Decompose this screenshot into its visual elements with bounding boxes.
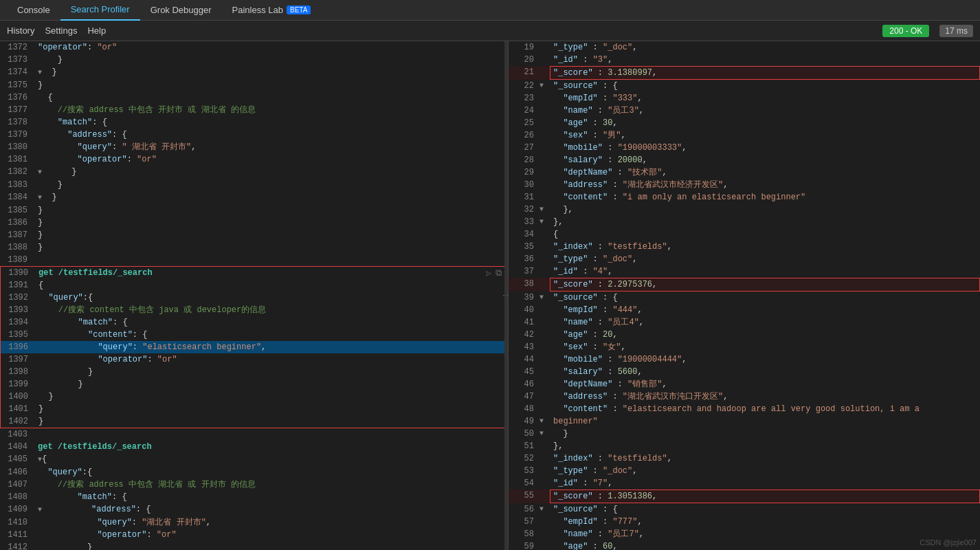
table-row: 50 ▼ } <box>509 428 980 440</box>
editor-content[interactable]: 1372 "operator": "or" 1373 } 1374 ▼ } 13… <box>0 41 508 550</box>
table-row: 1381 "operator": "or" <box>0 153 508 166</box>
table-row: 1383 } <box>0 179 508 191</box>
table-row: 53 "_type" : "_doc", <box>509 465 980 477</box>
table-row: 1405 ▼{ <box>0 453 508 466</box>
table-row: 1376 { <box>0 91 508 104</box>
table-row: 1412 } <box>0 541 508 550</box>
table-row: 33 ▼ }, <box>509 216 980 228</box>
table-row: 49 ▼ beginner" <box>509 415 980 428</box>
tab-painless-lab[interactable]: Painless Lab BETA <box>222 0 322 21</box>
table-row: 24 "name" : "员工3", <box>509 104 980 117</box>
table-row: 30 "address" : "湖北省武汉市经济开发区", <box>509 179 980 191</box>
table-row: 1379 "address": { <box>0 129 508 141</box>
table-row: 1386 } <box>0 217 508 229</box>
table-row: 44 "mobile" : "19000004444", <box>509 353 980 366</box>
tab-console[interactable]: Console <box>7 0 60 21</box>
table-row: 1408 "match": { <box>0 491 508 503</box>
table-row: 35 "_index" : "testfields", <box>509 241 980 253</box>
table-row: 37 "_id" : "4", <box>509 265 980 278</box>
editor-panel: 1372 "operator": "or" 1373 } 1374 ▼ } 13… <box>0 41 509 550</box>
table-row: 1375 } <box>0 79 508 91</box>
table-row: 54 "_id" : "7", <box>509 477 980 490</box>
table-row: 1411 "operator": "or" <box>0 529 508 541</box>
table-row: 1410 "query": "湖北省 开封市", <box>0 516 508 529</box>
settings-menu[interactable]: Settings <box>45 25 77 36</box>
table-row: 1402 } <box>1 415 507 428</box>
table-row: 43 "sex" : "女", <box>509 341 980 353</box>
table-row: 42 "age" : 20, <box>509 329 980 341</box>
history-menu[interactable]: History <box>7 25 34 36</box>
table-row: 20 "_id" : "3", <box>509 54 980 66</box>
table-row: 1382 ▼ } <box>0 166 508 179</box>
highlighted-block: ▷ ⧉ 1390 get /testfields/_search 1391 { … <box>0 266 508 428</box>
table-row: 1393 //搜索 content 中包含 java 或 developer的信… <box>1 304 507 316</box>
table-row: 1394 "match": { <box>1 316 507 329</box>
table-row: 1372 "operator": "or" <box>0 41 508 54</box>
top-nav: Console Search Profiler Grok Debugger Pa… <box>0 0 980 21</box>
table-row: 1401 } <box>1 403 507 415</box>
table-row: 1373 } <box>0 54 508 66</box>
table-row: 1392 "query":{ <box>1 292 507 304</box>
table-row: 26 "sex" : "男", <box>509 129 980 142</box>
table-row: 34 { <box>509 228 980 241</box>
table-row: 1404 get /testfields/_search <box>0 441 508 453</box>
watermark: CSDN @jzjie007 <box>920 538 977 547</box>
score-line: 21 "_score" : 3.1380997, <box>509 66 980 80</box>
results-panel: 19 "_type" : "_doc", 20 "_id" : "3", 21 … <box>509 41 980 550</box>
toolbar: History Settings Help 200 - OK 17 ms <box>0 21 980 41</box>
table-row: 1400 } <box>1 390 507 403</box>
table-row: 1391 { <box>1 279 507 292</box>
table-row: 1407 //搜索 address 中包含 湖北省 或 开封市 的信息 <box>0 478 508 491</box>
table-row: 1397 "operator": "or" <box>1 353 507 366</box>
table-row: 46 "deptName" : "销售部", <box>509 378 980 390</box>
copy-icon[interactable]: ⧉ <box>495 268 502 278</box>
table-row: 1380 "query": " 湖北省 开封市", <box>0 141 508 153</box>
table-row: 58 "name" : "员工7", <box>509 528 980 540</box>
table-row: 1396 "query": "elasticsearch beginner", <box>1 341 507 353</box>
table-row: 1390 get /testfields/_search <box>1 267 507 279</box>
table-row: 1403 <box>0 428 508 441</box>
table-row: 1387 } <box>0 229 508 241</box>
table-row: 48 "content" : "elasticsearch and hadoop… <box>509 403 980 415</box>
beta-badge: BETA <box>287 6 311 14</box>
table-row: 25 "age" : 30, <box>509 117 980 129</box>
score-line: 55 "_score" : 1.3051386, <box>509 490 980 503</box>
tab-grok-debugger[interactable]: Grok Debugger <box>140 0 222 21</box>
panel-divider[interactable]: ⋮ <box>504 41 508 550</box>
table-row: 31 "content" : "i am only an elasticsear… <box>509 191 980 204</box>
table-row: 39 ▼ "_source" : { <box>509 292 980 304</box>
table-row: 1399 } <box>1 378 507 390</box>
run-icon[interactable]: ▷ <box>487 268 491 278</box>
table-row: 1409 ▼ "address": { <box>0 503 508 516</box>
table-row: 47 "address" : "湖北省武汉市沌口开发区", <box>509 390 980 403</box>
help-menu[interactable]: Help <box>87 25 106 36</box>
table-row: 57 "empId" : "777", <box>509 516 980 528</box>
table-row: 1388 } <box>0 241 508 254</box>
table-row: 40 "empId" : "444", <box>509 304 980 316</box>
results-content[interactable]: 19 "_type" : "_doc", 20 "_id" : "3", 21 … <box>509 41 980 550</box>
table-row: 1389 <box>0 254 508 266</box>
table-row: 19 "_type" : "_doc", <box>509 41 980 54</box>
table-row: 27 "mobile" : "19000003333", <box>509 142 980 154</box>
table-row: 1406 "query":{ <box>0 466 508 478</box>
table-row: 23 "empId" : "333", <box>509 92 980 104</box>
table-row: 1385 } <box>0 204 508 217</box>
table-row: 51 }, <box>509 440 980 452</box>
score-line: 38 "_score" : 2.2975376, <box>509 278 980 292</box>
status-badge: 200 - OK <box>882 25 929 37</box>
table-row: 36 "_type" : "_doc", <box>509 253 980 265</box>
tab-search-profiler[interactable]: Search Profiler <box>60 0 140 21</box>
ms-badge: 17 ms <box>939 25 973 37</box>
table-row: 22 ▼ "_source" : { <box>509 80 980 92</box>
table-row: 52 "_index" : "testfields", <box>509 452 980 465</box>
table-row: 1395 "content": { <box>1 329 507 341</box>
table-row: 1374 ▼ } <box>0 66 508 79</box>
table-row: 56 ▼ "_source" : { <box>509 503 980 516</box>
table-row: 59 "age" : 60, <box>509 540 980 550</box>
table-row: 28 "salary" : 20000, <box>509 154 980 166</box>
main-layout: 1372 "operator": "or" 1373 } 1374 ▼ } 13… <box>0 41 980 550</box>
table-row: 32 ▼ }, <box>509 204 980 216</box>
table-row: 1398 } <box>1 366 507 378</box>
table-row: 1378 "match": { <box>0 116 508 129</box>
table-row: 41 "name" : "员工4", <box>509 316 980 329</box>
